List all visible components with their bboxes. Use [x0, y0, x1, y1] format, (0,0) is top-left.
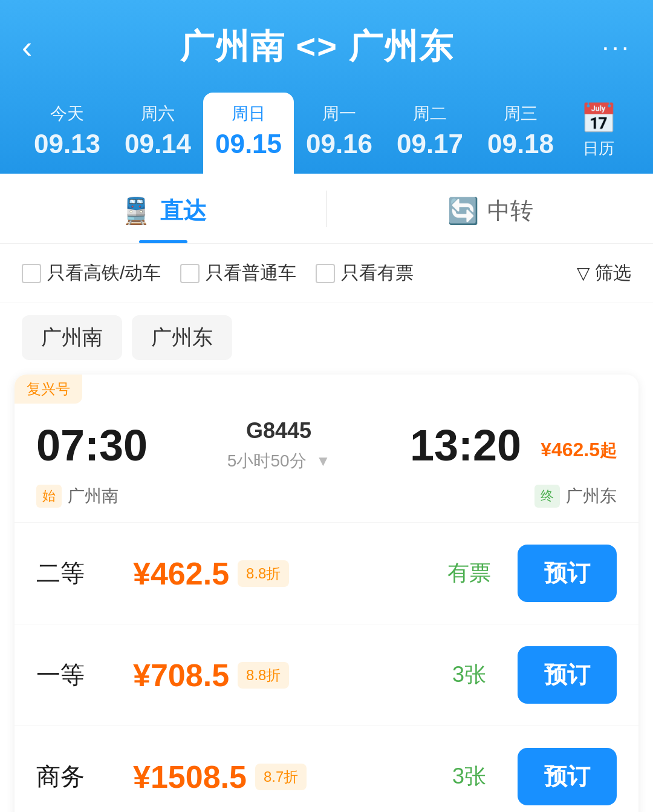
date-tab-0913[interactable]: 今天 09.13	[22, 93, 112, 174]
arrive-station-info: 终 广州东	[484, 485, 617, 508]
seat-price-block: ¥1508.5 8.7折	[133, 759, 433, 795]
seat-class-name: 二等	[36, 557, 97, 590]
seat-availability: 3张	[433, 762, 505, 791]
filter-available-label: 只看有票	[341, 261, 414, 286]
calendar-label: 日历	[583, 138, 614, 159]
more-button[interactable]: ···	[602, 32, 631, 62]
date-tab-0915[interactable]: 周日 09.15	[203, 93, 294, 174]
tab-direct[interactable]: 🚆 直达	[0, 174, 326, 243]
train-card: 复兴号 07:30 G8445 5小时50分 ▼ 13:20 ¥462.5起 始…	[15, 375, 638, 812]
date-tab-0916[interactable]: 周一 09.16	[294, 93, 385, 174]
calendar-button[interactable]: 📅 日历	[566, 92, 631, 174]
filter-highspeed[interactable]: 只看高铁/动车	[22, 261, 161, 286]
price-value: 462.5	[551, 439, 600, 460]
date-tabs: 今天 09.13 周六 09.14 周日 09.15 周一 09.16 周二 0…	[22, 92, 631, 174]
seat-row-1: 一等 ¥708.5 8.8折 3张 预订	[15, 624, 638, 725]
back-button[interactable]: ‹	[22, 31, 32, 63]
seat-price: ¥708.5	[133, 657, 229, 693]
price-suffix: 起	[600, 441, 617, 460]
seat-class-name: 商务	[36, 760, 97, 793]
train-middle: G8445 5小时50分 ▼	[169, 418, 388, 473]
filter-available[interactable]: 只看有票	[316, 261, 414, 286]
filter-normal[interactable]: 只看普通车	[180, 261, 296, 286]
arrive-badge: 终	[534, 485, 560, 508]
checkbox-normal[interactable]	[180, 264, 200, 283]
date-day: 09.17	[397, 129, 463, 159]
discount-badge: 8.8折	[238, 662, 289, 689]
header: ‹ 广州南 <> 广州东 ··· 今天 09.13 周六 09.14 周日 09…	[0, 0, 653, 174]
arrive-station-name: 广州东	[566, 485, 617, 508]
duration-arrow: ▼	[316, 453, 331, 470]
seat-row-0: 二等 ¥462.5 8.8折 有票 预订	[15, 522, 638, 624]
seat-price-block: ¥708.5 8.8折	[133, 657, 433, 693]
date-weekday: 周日	[232, 102, 265, 125]
date-weekday: 今天	[50, 102, 84, 125]
date-tab-0914[interactable]: 周六 09.14	[112, 93, 203, 174]
seat-availability: 有票	[433, 558, 505, 588]
date-day: 09.15	[215, 129, 282, 159]
train-stations: 始 广州南 终 广州东	[15, 485, 638, 522]
seat-class-name: 一等	[36, 658, 97, 692]
checkbox-available[interactable]	[316, 264, 335, 283]
seat-price-block: ¥462.5 8.8折	[133, 555, 433, 592]
book-button-1[interactable]: 预订	[518, 646, 617, 704]
date-tab-0917[interactable]: 周二 09.17	[385, 93, 475, 174]
tab-transfer-label: 中转	[487, 195, 533, 226]
date-weekday: 周六	[141, 102, 175, 125]
station-tag-depart[interactable]: 广州南	[22, 315, 122, 360]
header-top: ‹ 广州南 <> 广州东 ···	[22, 24, 631, 70]
depart-time: 07:30	[36, 421, 169, 470]
train-icon: 🚆	[120, 196, 152, 226]
discount-badge: 8.8折	[238, 560, 289, 587]
train-number: G8445	[246, 418, 311, 444]
filter-funnel-icon: ▽	[577, 263, 590, 283]
train-series-tag: 复兴号	[15, 375, 82, 404]
date-day: 09.13	[34, 129, 100, 159]
station-tag-arrive[interactable]: 广州东	[132, 315, 232, 360]
tab-transfer[interactable]: 🔄 中转	[327, 174, 653, 243]
filter-btn-label: 筛选	[595, 261, 631, 286]
book-button-0[interactable]: 预订	[518, 545, 617, 602]
page-title: 广州南 <> 广州东	[180, 24, 454, 70]
price-prefix: ¥	[541, 439, 551, 460]
date-weekday: 周三	[504, 102, 538, 125]
filter-bar: 只看高铁/动车 只看普通车 只看有票 ▽ 筛选	[0, 244, 653, 303]
duration-row: 5小时50分 ▼	[227, 450, 330, 473]
filter-button[interactable]: ▽ 筛选	[577, 261, 631, 286]
date-weekday: 周一	[322, 102, 356, 125]
date-day: 09.14	[125, 129, 191, 159]
depart-badge: 始	[36, 485, 62, 508]
calendar-icon: 📅	[580, 102, 617, 136]
price-summary: ¥462.5起	[541, 427, 617, 463]
transfer-icon: 🔄	[447, 196, 479, 226]
discount-badge: 8.7折	[255, 764, 307, 790]
date-day: 09.18	[487, 129, 554, 159]
tab-direct-label: 直达	[160, 195, 206, 226]
station-tags: 广州南 广州东	[0, 303, 653, 375]
seat-availability: 3张	[433, 660, 505, 690]
seat-price: ¥1508.5	[133, 759, 247, 795]
seat-row-2: 商务 ¥1508.5 8.7折 3张 预订	[15, 725, 638, 812]
book-button-2[interactable]: 预订	[518, 748, 617, 805]
main-content: 🚆 直达 🔄 中转 只看高铁/动车 只看普通车 只看有票 ▽ 筛选 广州南 广州…	[0, 174, 653, 812]
depart-station-name: 广州南	[68, 485, 119, 508]
filter-normal-label: 只看普通车	[206, 261, 296, 286]
filter-highspeed-label: 只看高铁/动车	[47, 261, 161, 286]
train-header: 07:30 G8445 5小时50分 ▼ 13:20 ¥462.5起	[15, 404, 638, 485]
checkbox-highspeed[interactable]	[22, 264, 41, 283]
date-tab-0918[interactable]: 周三 09.18	[475, 93, 566, 174]
seat-rows: 二等 ¥462.5 8.8折 有票 预订 一等 ¥708.5 8.8折 3张 预…	[15, 522, 638, 812]
date-weekday: 周二	[413, 102, 447, 125]
depart-station-info: 始 广州南	[36, 485, 169, 508]
date-day: 09.16	[306, 129, 372, 159]
duration-label: 5小时50分	[227, 450, 307, 473]
seat-price: ¥462.5	[133, 555, 229, 592]
arrive-time: 13:20	[388, 421, 521, 470]
train-type-tabs: 🚆 直达 🔄 中转	[0, 174, 653, 244]
